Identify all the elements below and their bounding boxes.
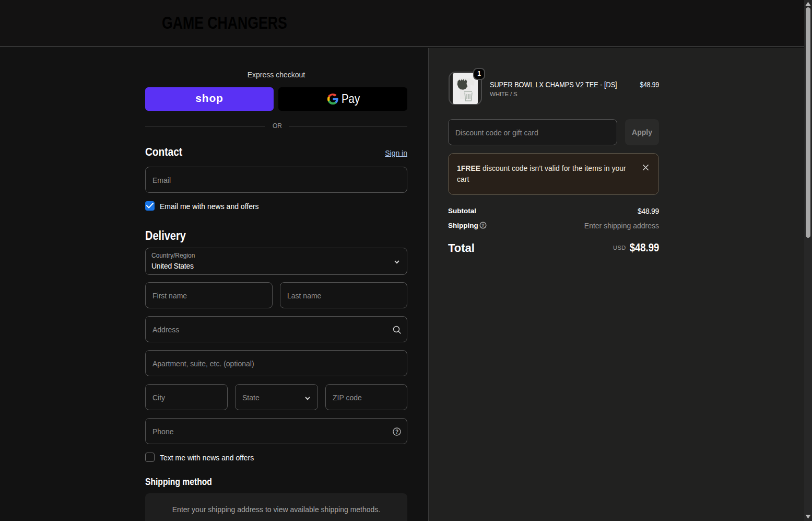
svg-text:?: ? — [395, 429, 398, 435]
svg-text:?: ? — [481, 223, 484, 228]
